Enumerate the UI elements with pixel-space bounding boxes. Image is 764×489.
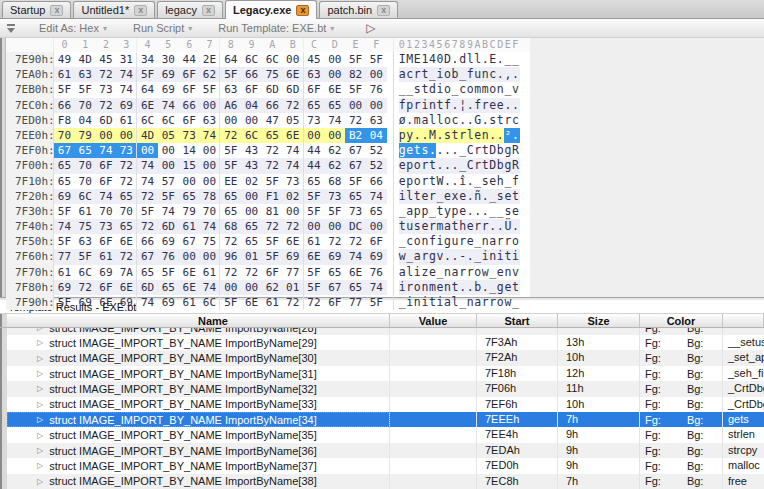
hex-byte-cell[interactable]: 6F: [366, 234, 387, 249]
hex-byte-cell[interactable]: 63: [366, 113, 387, 128]
hex-byte-cell[interactable]: 74: [200, 219, 221, 234]
hex-byte-cell[interactable]: 5F: [220, 67, 241, 82]
ascii-char-cell[interactable]: .: [467, 98, 475, 113]
hex-byte-cell[interactable]: 6E: [304, 249, 325, 264]
ascii-char-cell[interactable]: y: [406, 128, 414, 143]
hex-byte-cell[interactable]: 00: [241, 204, 262, 219]
hex-byte-cell[interactable]: 52: [366, 158, 387, 173]
ascii-char-cell[interactable]: r: [459, 234, 467, 249]
hex-byte-cell[interactable]: 49: [54, 52, 75, 67]
hex-byte-cell[interactable]: 72: [283, 98, 304, 113]
ascii-char-cell[interactable]: e: [444, 189, 452, 204]
hex-byte-cell[interactable]: 6E: [283, 67, 304, 82]
ascii-char-cell[interactable]: e: [436, 280, 444, 295]
hex-byte-cell[interactable]: 00: [220, 280, 241, 295]
name-cell[interactable]: ▷struct IMAGE_IMPORT_BY_NAME ImportByNam…: [7, 366, 390, 381]
hex-byte-cell[interactable]: 61: [54, 265, 75, 280]
hex-byte-cell[interactable]: 6E: [283, 128, 304, 143]
ascii-char-cell[interactable]: f: [444, 98, 452, 113]
hex-byte-cell[interactable]: 65: [54, 174, 75, 189]
hex-byte-cell[interactable]: 72: [220, 234, 241, 249]
hex-byte-cell[interactable]: 63: [75, 234, 96, 249]
ascii-char-cell[interactable]: n: [414, 295, 422, 310]
hex-byte-cell[interactable]: 00: [179, 249, 200, 264]
hex-byte-cell[interactable]: 00: [200, 158, 221, 173]
table-row[interactable]: ▷struct IMAGE_IMPORT_BY_NAME ImportByNam…: [0, 366, 764, 381]
hex-byte-cell[interactable]: 67: [324, 280, 345, 295]
hex-byte-cell[interactable]: 65: [366, 204, 387, 219]
hex-byte-cell[interactable]: 00: [241, 189, 262, 204]
ascii-char-cell[interactable]: a: [399, 67, 407, 82]
hex-byte-cell[interactable]: 66: [241, 67, 262, 82]
hex-byte-cell[interactable]: 73: [116, 143, 137, 158]
ascii-char-cell[interactable]: a: [414, 249, 422, 264]
hex-byte-cell[interactable]: 6E: [179, 280, 200, 295]
ascii-char-cell[interactable]: o: [474, 265, 482, 280]
expand-arrow-icon[interactable]: ▷: [37, 446, 43, 455]
ascii-char-cell[interactable]: e: [467, 219, 475, 234]
hex-byte-cell[interactable]: 6C: [241, 128, 262, 143]
ascii-char-cell[interactable]: e: [459, 204, 467, 219]
ascii-char-cell[interactable]: s: [489, 113, 497, 128]
hex-byte-cell[interactable]: 74: [283, 158, 304, 173]
ascii-char-cell[interactable]: s: [497, 189, 505, 204]
hex-byte-cell[interactable]: 69: [158, 295, 179, 310]
ascii-char-cell[interactable]: .: [467, 174, 475, 189]
ascii-char-cell[interactable]: .: [482, 52, 490, 67]
hex-byte-cell[interactable]: 73: [96, 82, 117, 97]
ascii-char-cell[interactable]: .: [467, 189, 475, 204]
ascii-char-cell[interactable]: _: [399, 234, 407, 249]
hex-byte-cell[interactable]: 74: [137, 174, 158, 189]
ascii-char-cell[interactable]: o: [444, 67, 452, 82]
hex-byte-cell[interactable]: 00: [324, 67, 345, 82]
ascii-char-cell[interactable]: i: [512, 249, 520, 264]
ascii-char-cell[interactable]: .: [452, 143, 460, 158]
hex-byte-cell[interactable]: 6E: [116, 280, 137, 295]
ascii-char-cell[interactable]: .: [489, 128, 497, 143]
hex-byte-cell[interactable]: 65: [324, 265, 345, 280]
ascii-char-cell[interactable]: Ü: [504, 219, 512, 234]
ascii-char-cell[interactable]: ²: [504, 128, 512, 143]
hex-byte-cell[interactable]: 72: [241, 265, 262, 280]
hex-byte-cell[interactable]: 65: [220, 189, 241, 204]
ascii-char-cell[interactable]: .: [482, 204, 490, 219]
hex-byte-cell[interactable]: 69: [75, 295, 96, 310]
hex-byte-cell[interactable]: F1: [262, 189, 283, 204]
hex-byte-cell[interactable]: 63: [75, 67, 96, 82]
hex-byte-cell[interactable]: 96: [220, 249, 241, 264]
ascii-char-cell[interactable]: a: [474, 295, 482, 310]
ascii-char-cell[interactable]: g: [497, 280, 505, 295]
hex-byte-cell[interactable]: 7A: [116, 265, 137, 280]
ascii-char-cell[interactable]: _: [489, 204, 497, 219]
hex-byte-cell[interactable]: 72: [345, 113, 366, 128]
ascii-char-cell[interactable]: i: [399, 189, 407, 204]
hex-byte-cell[interactable]: 00: [116, 128, 137, 143]
ascii-char-cell[interactable]: c: [459, 82, 467, 97]
ascii-char-cell[interactable]: n: [444, 280, 452, 295]
hex-byte-cell[interactable]: 6E: [283, 234, 304, 249]
ascii-char-cell[interactable]: i: [497, 249, 505, 264]
ascii-char-cell[interactable]: .: [512, 128, 520, 143]
hex-byte-cell[interactable]: 65: [158, 280, 179, 295]
ascii-char-cell[interactable]: E: [414, 52, 422, 67]
hex-byte-cell[interactable]: 2E: [200, 52, 221, 67]
ascii-char-cell[interactable]: ñ: [474, 189, 482, 204]
hex-byte-cell[interactable]: 75: [200, 234, 221, 249]
hex-byte-cell[interactable]: 00: [324, 128, 345, 143]
ascii-char-cell[interactable]: .: [467, 280, 475, 295]
ascii-char-cell[interactable]: .: [459, 280, 467, 295]
hex-byte-cell[interactable]: 69: [54, 280, 75, 295]
ascii-char-cell[interactable]: R: [512, 158, 520, 173]
hex-byte-cell[interactable]: 62: [200, 67, 221, 82]
hex-byte-cell[interactable]: 5F: [345, 174, 366, 189]
hex-byte-cell[interactable]: 00: [283, 52, 304, 67]
ascii-char-cell[interactable]: r: [474, 219, 482, 234]
expand-arrow-icon[interactable]: ▷: [37, 400, 43, 409]
close-icon[interactable]: x: [50, 5, 63, 16]
hex-byte-cell[interactable]: 65: [220, 204, 241, 219]
ascii-char-cell[interactable]: _: [436, 189, 444, 204]
hex-byte-cell[interactable]: 72: [262, 219, 283, 234]
ascii-char-cell[interactable]: f: [512, 174, 520, 189]
ascii-char-cell[interactable]: l: [467, 52, 475, 67]
ascii-char-cell[interactable]: .: [489, 219, 497, 234]
